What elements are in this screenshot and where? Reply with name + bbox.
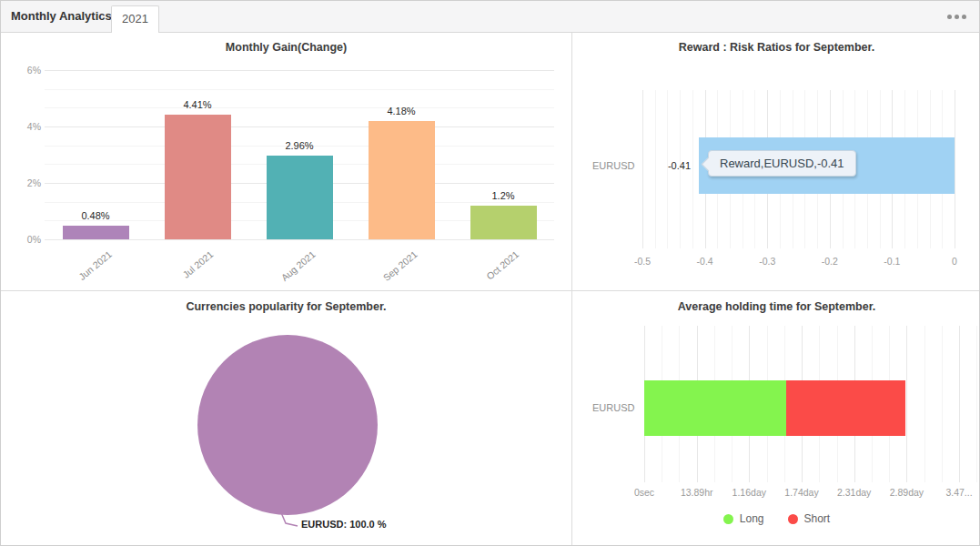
y-axis-category-label: EURUSD [592,402,640,413]
major-gridline [45,70,554,71]
x-axis-tick-label: -0.5 [624,256,661,267]
minor-gridline [45,107,554,108]
holding-bar-long[interactable] [644,380,786,436]
y-axis-category-label: EURUSD [592,160,640,171]
y-axis-tick-label: 4% [15,121,41,132]
minor-gridline [692,90,693,248]
x-axis-tick-label: -0.1 [874,256,910,267]
legend-label: Short [804,512,831,525]
window-title: Monthly Analytics [11,1,112,32]
tab-2021[interactable]: 2021 [111,5,159,33]
major-gridline [642,90,643,248]
x-axis-category-label: Aug 2021 [279,248,318,283]
major-gridline [45,239,554,240]
monthly-analytics-window: Monthly Analytics 2021 Monthly Gain(Chan… [0,0,980,546]
holding-bar-short[interactable] [786,380,905,436]
x-axis-tick-label: 13.89hr [674,487,720,498]
x-axis-tick-label: -0.4 [687,256,723,267]
x-axis-category-label: Sep 2021 [381,248,419,283]
bar-value-label: 4.18% [365,106,438,116]
gain-bar-oct-2021[interactable] [470,206,537,239]
bar-value-label: 0.48% [59,210,132,221]
x-axis-category-label: Jul 2021 [181,248,216,280]
gain-bar-sep-2021[interactable] [369,121,435,239]
currency-popularity-chart-title: Currencies popularity for September. [1,300,571,313]
x-axis-tick-label: 2.31day [832,487,877,498]
gain-bar-jul-2021[interactable] [165,115,231,239]
minor-gridline [942,326,943,482]
currency-popularity-panel: Currencies popularity for September. EUR… [1,291,572,546]
legend-dot-short-icon [788,514,798,524]
holding-time-chart-title: Average holding time for September. [572,300,980,313]
y-axis-tick-label: 6% [15,65,41,76]
chart-legend: LongShort [572,512,980,525]
minor-gridline [924,326,925,482]
major-gridline [906,326,907,482]
dot [955,15,959,19]
legend-item-long[interactable]: Long [723,512,764,525]
y-axis-tick-label: 0% [15,234,41,245]
gain-bar-aug-2021[interactable] [267,156,333,239]
bar-value-label: 4.41% [161,99,234,110]
x-axis-category-label: Jun 2021 [76,248,114,282]
chart-tooltip: Reward,EURUSD,-0.41 [708,150,856,177]
x-axis-tick-label: 2.89day [884,487,929,498]
minor-gridline [45,89,554,90]
pie-slice-eurusd[interactable] [197,335,378,515]
major-gridline [45,126,554,127]
ellipsis-menu-icon[interactable] [947,15,966,19]
x-axis-tick-label: 0 [936,256,973,267]
x-axis-tick-label: 3.47... [936,487,980,498]
gain-bar-jun-2021[interactable] [63,226,129,239]
dot [962,15,966,19]
reward-risk-panel: Reward : Risk Ratios for September. Rewa… [572,32,980,291]
x-axis-tick-label: 1.16day [726,487,772,498]
legend-item-short[interactable]: Short [788,512,831,525]
x-axis-tick-label: 0sec [621,487,667,498]
x-axis-category-label: Oct 2021 [484,248,520,282]
tab-bar: Monthly Analytics 2021 [1,1,979,33]
legend-label: Long [740,512,764,525]
bar-value-label: 2.96% [263,140,336,151]
monthly-gain-panel: Monthly Gain(Change) 0.48%Jun 20214.41%J… [1,32,572,291]
dot [947,15,952,19]
holding-time-panel: Average holding time for September. Long… [572,291,980,546]
y-axis-tick-label: 2% [15,177,41,188]
pie-slice-label: EURUSD: 100.0 % [301,519,387,530]
reward-risk-chart-title: Reward : Risk Ratios for September. [572,41,980,54]
monthly-gain-plot: 0.48%Jun 20214.41%Jul 20212.96%Aug 20214… [45,57,554,239]
bar-value-label: -0.41 [656,160,691,171]
monthly-gain-chart-title: Monthly Gain(Change) [1,41,571,54]
x-axis-tick-label: -0.3 [749,256,785,267]
minor-gridline [976,326,977,482]
holding-time-plot [644,326,959,482]
x-axis-tick-label: 1.74day [779,487,824,498]
bar-value-label: 1.2% [467,190,540,201]
major-gridline [955,90,955,248]
major-gridline [959,326,960,482]
x-axis-tick-label: -0.2 [812,256,848,267]
legend-dot-long-icon [723,514,733,524]
